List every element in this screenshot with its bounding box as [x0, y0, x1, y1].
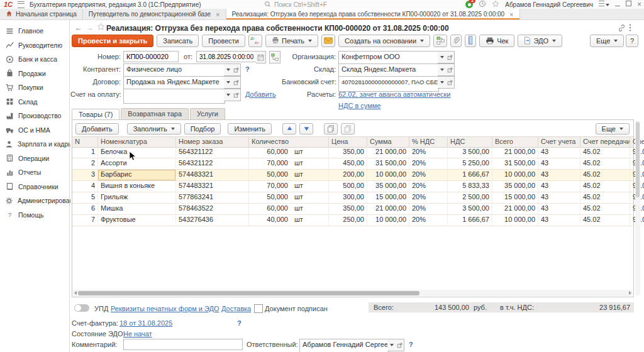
document-structure-button[interactable] [269, 51, 280, 63]
table-row[interactable]: 4Вишня в коньяке57448332170,000шт500,003… [72, 181, 633, 192]
items-more-button[interactable]: Еще [596, 123, 630, 135]
column-header-7[interactable]: НДС [448, 137, 492, 147]
bank-account-open-icon[interactable] [446, 76, 455, 89]
sidebar-item-production[interactable]: Производство [5, 110, 70, 121]
sidebar-item-trend[interactable]: Руководителю [5, 40, 70, 51]
save-button[interactable]: Записать [157, 35, 199, 47]
document-signed-checkbox[interactable] [254, 304, 263, 313]
sidebar-item-operations[interactable]: Операции [5, 153, 70, 164]
edit-button[interactable]: Изменить [228, 123, 272, 135]
favorite-star-icon[interactable] [97, 23, 105, 33]
responsible-help[interactable]: ? [409, 341, 413, 348]
add-row-button[interactable]: Добавить [75, 123, 119, 135]
related-documents-button[interactable] [433, 35, 447, 47]
global-search[interactable]: Поиск Ctrl+Shift+F [264, 0, 327, 9]
window-tab-1[interactable]: Путеводитель по демонстрационной базе× [83, 9, 226, 19]
calendar-button[interactable] [256, 51, 266, 63]
column-header-8[interactable]: Всего [492, 137, 538, 147]
table-row[interactable]: 3Барбарис57448332150,000шт200,0010 000,0… [72, 170, 633, 181]
invoice-facture-help[interactable]: ? [237, 319, 242, 327]
settlements-link[interactable]: 62.02, зачет аванса автоматически [338, 91, 451, 98]
sidebar-item-salary[interactable]: Зарплата и кадры [5, 138, 70, 150]
responsible-dropdown-icon[interactable] [387, 339, 396, 351]
column-header-4[interactable]: Цена [329, 137, 367, 147]
post-button[interactable]: Провести [202, 35, 245, 47]
attachments-button[interactable] [450, 35, 462, 47]
email-button[interactable] [321, 35, 335, 47]
reports-panel-button[interactable] [465, 35, 476, 47]
upd-toggle[interactable] [74, 304, 89, 312]
get-link-icon[interactable] [618, 24, 626, 33]
column-header-0[interactable]: N [72, 137, 98, 147]
column-header-9[interactable]: Счет учета [538, 137, 580, 147]
minimize-icon[interactable] [615, 0, 620, 9]
tab-close-icon[interactable]: × [216, 11, 219, 18]
table-row[interactable]: 7Фруктовые54327643640,000шт250,0010 000,… [72, 215, 633, 226]
print-button[interactable]: Печать [265, 35, 318, 47]
vertical-scroll-thumb[interactable] [636, 122, 640, 197]
paste-rows-button[interactable] [341, 123, 355, 135]
column-header-6[interactable]: % НДС [409, 137, 448, 147]
edo-state-link[interactable]: Не начат [123, 330, 152, 338]
pick-button[interactable]: Подбор [184, 123, 221, 135]
table-row[interactable]: 1Белочка56432112260,000шт350,0021 000,00… [72, 147, 633, 158]
payment-invoice-open-icon[interactable] [232, 89, 241, 101]
counterparty-dropdown-icon[interactable] [224, 63, 233, 76]
sidebar-item-bank[interactable]: Банк и касса [5, 53, 70, 65]
more-button[interactable]: Еще [590, 35, 624, 47]
move-down-button[interactable] [299, 123, 313, 135]
delivery-link[interactable]: Доставка [221, 305, 251, 312]
post-and-close-button[interactable]: Провести и закрыть [72, 35, 153, 47]
more-kebab-icon[interactable] [629, 23, 631, 33]
print-forms-requisites-link[interactable]: Реквизиты печатных форм и ЭДО [111, 305, 219, 312]
notifications-icon[interactable]: 2 [465, 1, 473, 8]
number-input[interactable] [123, 51, 179, 62]
organization-dropdown-icon[interactable] [438, 51, 447, 63]
table-row[interactable]: 5Грильяж57786324150,000шт300,0015 000,00… [72, 192, 633, 204]
vat-in-sum-link[interactable]: НДС в сумме [338, 102, 380, 109]
organization-open-icon[interactable] [446, 51, 455, 63]
add-invoice-link[interactable]: Добавить [245, 91, 276, 98]
items-tab-1[interactable]: Возвратная тара [121, 108, 189, 120]
column-header-1[interactable]: Номенклатура [98, 137, 176, 147]
sidebar-item-os[interactable]: ОС и НМА [5, 124, 70, 136]
favorites-star-icon[interactable] [492, 0, 499, 9]
fill-button[interactable]: Заполнить [127, 123, 181, 135]
help-button[interactable]: ? [626, 35, 638, 47]
show-postings-button[interactable]: ДтКт [248, 35, 262, 47]
date-input[interactable] [196, 51, 257, 62]
vertical-scrollbar[interactable] [635, 121, 640, 295]
column-header-3[interactable]: Количество [249, 137, 329, 147]
sidebar-item-admin[interactable]: Администрирование [5, 195, 70, 206]
scroll-left-icon[interactable] [74, 291, 77, 295]
column-header-5[interactable]: Сумма [367, 137, 409, 147]
column-header-2[interactable]: Номер заказа [176, 137, 249, 147]
window-tab-0[interactable]: Начальная страница [0, 9, 83, 19]
counterparty-help[interactable]: ? [245, 65, 250, 73]
invoice-facture-link[interactable]: 18 от 31.08.2025 [119, 319, 172, 327]
current-user[interactable]: Абрамов Геннадий Сергеевич [505, 1, 593, 8]
table-row[interactable]: 2Ассорти56432112270,000шт450,0031 500,00… [72, 158, 633, 170]
payment-invoice-dropdown-icon[interactable] [224, 89, 233, 101]
column-header-10[interactable]: Счет передачи [580, 137, 630, 147]
table-row[interactable]: 6Мишка57846352260,000шт350,0021 000,0020… [72, 204, 633, 215]
sidebar-item-warehouse[interactable]: Склад [5, 96, 70, 107]
sidebar-item-reports[interactable]: Отчеты [5, 167, 70, 178]
forward-arrow-icon[interactable]: → [86, 23, 94, 32]
comment-input[interactable] [123, 339, 243, 350]
counterparty-open-icon[interactable] [232, 63, 241, 76]
bank-account-field[interactable]: 40702810000000000007, ПАО СБЕРБАНК [338, 76, 439, 92]
sidebar-item-sales[interactable]: Продажи [5, 68, 70, 79]
responsible-open-icon[interactable] [396, 339, 404, 351]
sidebar-item-handbooks[interactable]: Справочники [5, 181, 70, 192]
items-tab-2[interactable]: Услуги [190, 108, 225, 120]
create-based-on-button[interactable]: Создать на основании [338, 35, 430, 47]
receipt-button[interactable]: Чек [479, 35, 514, 47]
tab-close-icon[interactable]: × [509, 11, 513, 18]
warehouse-dropdown-icon[interactable] [438, 63, 447, 76]
responsible-field[interactable]: Абрамов Геннадий Сергеевич [299, 339, 389, 352]
edo-button[interactable]: ЭДО [518, 35, 562, 47]
window-tab-2[interactable]: Реализация: Отгрузка без перехода права … [226, 9, 520, 19]
main-menu-icon[interactable] [18, 1, 25, 8]
move-up-button[interactable] [282, 123, 296, 135]
